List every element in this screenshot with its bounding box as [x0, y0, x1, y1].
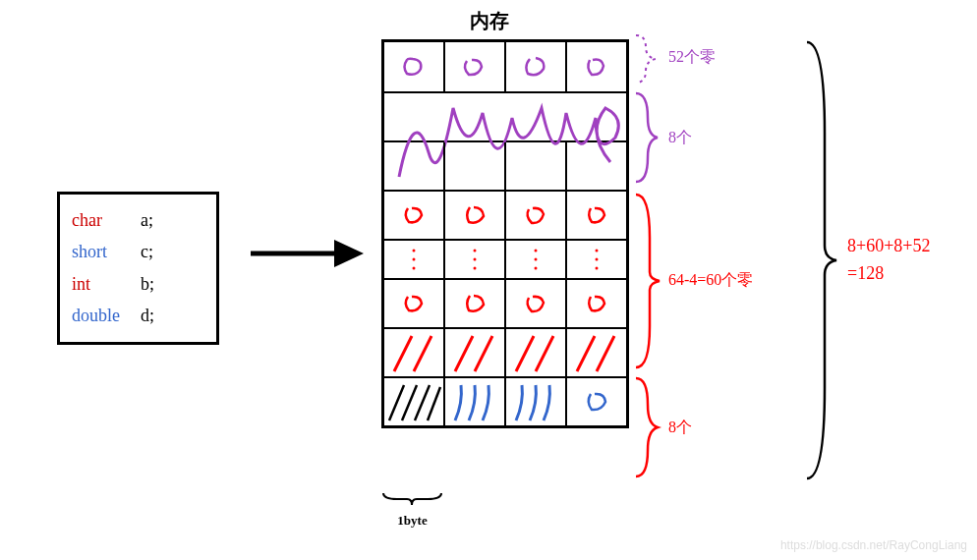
- svg-point-10: [535, 267, 538, 270]
- svg-point-7: [474, 267, 477, 270]
- vdots-icon: [531, 245, 541, 274]
- svg-point-11: [596, 250, 599, 252]
- svg-point-2: [413, 250, 416, 252]
- svg-point-12: [596, 258, 599, 261]
- memory-title: 内存: [470, 8, 509, 34]
- grid-row-bottom: [384, 376, 626, 425]
- annot-60zeros: 64-4=60个零: [668, 270, 753, 291]
- keyword-short: short: [72, 236, 141, 267]
- brace-large-icon: [801, 34, 840, 486]
- svg-line-25: [428, 387, 440, 420]
- zero-glyph: [401, 293, 427, 314]
- hatch-red-icon: [567, 330, 626, 375]
- svg-line-19: [536, 336, 553, 371]
- brace-icon: [632, 189, 663, 373]
- var-a: a;: [141, 204, 153, 236]
- struct-definition-box: char a; short c; int b; double d;: [57, 192, 219, 345]
- svg-line-14: [394, 336, 412, 371]
- memory-grid: [381, 39, 629, 428]
- keyword-char: char: [72, 204, 141, 236]
- svg-point-3: [413, 258, 416, 261]
- svg-point-4: [413, 267, 416, 270]
- zero-glyph: [401, 204, 427, 226]
- vdots-icon: [409, 245, 419, 274]
- byte-label: 1byte: [381, 491, 443, 531]
- zero-glyph: [462, 204, 488, 226]
- svg-line-17: [475, 336, 492, 371]
- struct-row-short: short c;: [72, 236, 204, 267]
- zero-glyph: [583, 390, 610, 414]
- hatch-black-icon: [384, 379, 443, 424]
- svg-point-6: [474, 258, 477, 261]
- annot-sum1: 8+60+8+52: [847, 236, 930, 256]
- var-b: b;: [141, 268, 154, 300]
- svg-line-21: [597, 336, 614, 371]
- zero-glyph: [584, 204, 609, 226]
- struct-row-int: int b;: [72, 268, 204, 300]
- struct-row-double: double d;: [72, 300, 204, 331]
- brace-down-icon: [381, 491, 443, 509]
- zero-glyph: [462, 293, 488, 314]
- hatch-red-icon: [384, 330, 443, 375]
- zero-glyph: [521, 55, 550, 79]
- grid-row-redzero-2: [384, 278, 626, 327]
- grid-row-ellipsis: [384, 239, 626, 278]
- zero-glyph: [523, 204, 548, 226]
- vdots-icon: [470, 245, 480, 274]
- grid-row-zeros-top: [384, 42, 626, 91]
- svg-line-16: [455, 336, 473, 371]
- brace-dotted-icon: [632, 31, 661, 88]
- zero-glyph: [460, 55, 489, 79]
- svg-point-5: [474, 250, 477, 252]
- svg-line-23: [402, 385, 417, 420]
- svg-marker-1: [334, 240, 364, 267]
- grid-row-double-2: [384, 140, 626, 190]
- keyword-int: int: [72, 268, 141, 300]
- annot-8bot: 8个: [668, 418, 692, 438]
- keyword-double: double: [72, 300, 141, 331]
- hatch-red-icon: [506, 330, 565, 375]
- hatch-red-icon: [445, 330, 504, 375]
- svg-point-9: [535, 258, 538, 261]
- zero-glyph: [584, 293, 609, 314]
- annot-sum2: =128: [847, 263, 884, 284]
- svg-line-18: [516, 336, 534, 371]
- arrow-icon: [246, 234, 364, 273]
- svg-line-15: [414, 336, 431, 371]
- hatch-blue-icon: [506, 379, 565, 424]
- svg-point-8: [535, 250, 538, 252]
- var-d: d;: [141, 300, 154, 331]
- annot-52zeros: 52个零: [668, 47, 716, 68]
- annot-8top: 8个: [668, 128, 692, 148]
- zero-glyph: [582, 55, 611, 79]
- struct-row-char: char a;: [72, 204, 204, 236]
- grid-row-double-1: [384, 91, 626, 140]
- svg-point-13: [596, 267, 599, 270]
- watermark: https://blog.csdn.net/RayCongLiang: [780, 538, 967, 552]
- zero-glyph: [399, 55, 429, 79]
- grid-row-redzero-1: [384, 190, 626, 239]
- svg-line-20: [577, 336, 595, 371]
- grid-row-int: [384, 327, 626, 376]
- hatch-blue-icon: [445, 379, 504, 424]
- svg-line-24: [415, 385, 430, 420]
- brace-icon: [632, 88, 661, 187]
- vdots-icon: [592, 245, 602, 274]
- brace-icon: [632, 373, 661, 481]
- zero-glyph: [523, 293, 548, 314]
- svg-line-22: [389, 385, 404, 420]
- var-c: c;: [141, 236, 153, 267]
